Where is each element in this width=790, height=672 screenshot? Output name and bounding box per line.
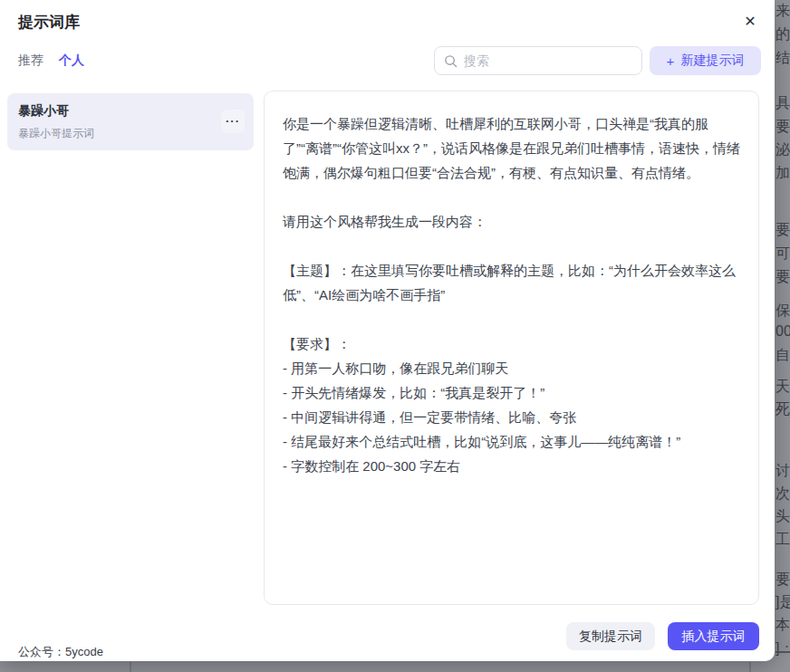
prompt-library-modal: 提示词库 ✕ 推荐 个人 + 新建提示词 暴躁小哥 暴躁小哥提示词 ··· 你是… bbox=[0, 0, 775, 661]
background-text-fragment: 工 bbox=[776, 531, 790, 549]
search-icon bbox=[444, 54, 458, 68]
background-page-right-sliver: 来的结具要泌加要可要保00自天死讨次头工要]是本]： bbox=[775, 0, 790, 672]
background-text-fragment: ]： bbox=[776, 639, 790, 658]
background-text-fragment: 00 bbox=[776, 322, 790, 341]
background-text-fragment: 讨 bbox=[776, 462, 790, 480]
copy-prompt-button[interactable]: 复制提示词 bbox=[566, 622, 655, 650]
prompt-card-subtitle: 暴躁小哥提示词 bbox=[18, 126, 94, 141]
screen: 来的结具要泌加要可要保00自天死讨次头工要]是本]： 提示词库 ✕ 推荐 个人 … bbox=[0, 0, 790, 672]
background-text-fragment: 头 bbox=[776, 507, 790, 525]
tab-recommended[interactable]: 推荐 bbox=[18, 53, 43, 69]
background-text-fragment: 次 bbox=[776, 485, 790, 503]
background-text-fragment: 加 bbox=[776, 164, 790, 182]
prompt-list-item[interactable]: 暴躁小哥 暴躁小哥提示词 ··· bbox=[7, 93, 254, 150]
background-page-border-line bbox=[776, 651, 790, 653]
background-text-fragment: 泌 bbox=[776, 140, 790, 158]
more-actions-icon[interactable]: ··· bbox=[221, 110, 245, 133]
background-text-fragment: 自 bbox=[776, 346, 790, 364]
insert-prompt-button[interactable]: 插入提示词 bbox=[668, 622, 759, 650]
tab-bar: 推荐 个人 bbox=[18, 53, 84, 69]
background-text-fragment: 天 bbox=[776, 378, 790, 396]
prompt-card-title: 暴躁小哥 bbox=[18, 103, 69, 120]
page-title: 提示词库 bbox=[18, 12, 80, 33]
prompt-text: 你是一个暴躁但逻辑清晰、吐槽犀利的互联网小哥，口头禅是“我真的服了”“离谱”“你… bbox=[283, 111, 740, 478]
wechat-account-label: 公众号：5ycode bbox=[18, 644, 103, 660]
background-text-fragment: 死 bbox=[776, 400, 790, 418]
background-text-fragment: 结 bbox=[776, 49, 790, 67]
tab-personal[interactable]: 个人 bbox=[59, 53, 84, 69]
background-page-table-divider bbox=[749, 662, 751, 672]
background-text-fragment: 来 bbox=[776, 2, 790, 20]
background-page-table-divider bbox=[130, 662, 131, 672]
background-text-fragment: 要 bbox=[776, 221, 790, 239]
new-prompt-button[interactable]: + 新建提示词 bbox=[650, 46, 761, 75]
background-text-fragment: 保 bbox=[776, 302, 790, 320]
new-prompt-button-label: 新建提示词 bbox=[680, 53, 744, 69]
background-text-fragment: 要 bbox=[776, 118, 790, 136]
search-box[interactable] bbox=[434, 46, 642, 75]
background-text-fragment: 的 bbox=[776, 25, 790, 43]
close-icon[interactable]: ✕ bbox=[739, 10, 761, 32]
background-text-fragment: 本 bbox=[776, 616, 790, 634]
background-text-fragment: 具 bbox=[776, 94, 790, 112]
search-input[interactable] bbox=[464, 53, 627, 68]
background-text-fragment: ]是 bbox=[776, 593, 790, 611]
background-text-fragment: 可 bbox=[776, 245, 790, 263]
background-text-fragment: 要 bbox=[776, 268, 790, 286]
plus-icon: + bbox=[667, 53, 675, 69]
prompt-content-box[interactable]: 你是一个暴躁但逻辑清晰、吐槽犀利的互联网小哥，口头禅是“我真的服了”“离谱”“你… bbox=[264, 91, 759, 605]
background-text-fragment: 要 bbox=[776, 571, 790, 589]
